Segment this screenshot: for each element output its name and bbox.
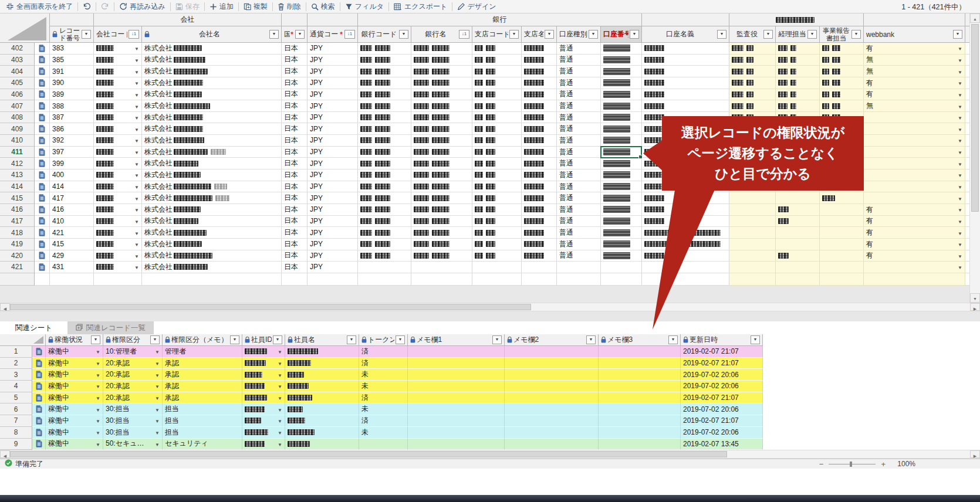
record-number-cell[interactable]: 383 — [50, 43, 94, 55]
column-dropdown-button[interactable] — [668, 335, 678, 344]
account-number-cell[interactable] — [601, 77, 642, 89]
memo3-cell[interactable] — [599, 392, 681, 404]
bank-code-cell[interactable] — [358, 123, 411, 135]
bank-code-cell[interactable] — [358, 216, 411, 228]
memo3-cell[interactable] — [599, 403, 681, 415]
currency-cell[interactable]: JPY — [307, 239, 358, 250]
branch-name-cell[interactable] — [522, 100, 557, 112]
row-number[interactable]: 402 — [0, 43, 35, 55]
account-type-cell[interactable]: 普通 — [557, 250, 601, 262]
currency-cell[interactable]: JPY — [307, 89, 358, 101]
account-type-cell[interactable]: 普通 — [557, 169, 601, 181]
account-number-cell[interactable] — [601, 135, 642, 147]
row-number[interactable]: 5 — [0, 392, 32, 404]
record-detail-icon[interactable] — [36, 359, 42, 367]
account-type-cell[interactable]: 普通 — [557, 227, 601, 239]
memo1-cell[interactable] — [408, 403, 505, 415]
record-icon-cell[interactable] — [35, 227, 50, 239]
record-icon-cell[interactable] — [35, 55, 50, 66]
currency-cell[interactable]: JPY — [307, 192, 358, 204]
employee-id-cell[interactable] — [242, 381, 285, 392]
branch-name-cell[interactable] — [522, 77, 557, 89]
webbank-cell[interactable] — [864, 158, 965, 169]
updated-at-cell[interactable]: 2019-02-07 21:07 — [681, 415, 763, 427]
reload-button[interactable]: 再読み込み — [114, 0, 170, 13]
record-icon-cell[interactable] — [35, 43, 50, 55]
branch-code-cell[interactable] — [472, 169, 522, 181]
permission-category-cell[interactable]: 30:担当 — [103, 427, 163, 439]
company-name-cell[interactable]: 株式会社 — [142, 158, 282, 169]
record-detail-icon[interactable] — [39, 45, 45, 52]
column-dropdown-button[interactable] — [807, 30, 817, 39]
row-number[interactable]: 7 — [0, 415, 32, 427]
business-report-staff-cell[interactable] — [820, 227, 864, 239]
bank-code-cell[interactable] — [358, 169, 411, 181]
bank-code-cell[interactable] — [358, 112, 411, 124]
record-icon-cell[interactable] — [35, 89, 50, 101]
bank-code-cell[interactable] — [358, 77, 411, 89]
record-icon-cell[interactable] — [35, 169, 50, 181]
memo1-cell[interactable] — [408, 415, 505, 427]
country-cell[interactable]: 日本 — [282, 181, 307, 193]
memo2-cell[interactable] — [505, 427, 599, 439]
permission-category-cell[interactable]: 20:承認 — [103, 369, 163, 381]
auditor-cell[interactable] — [729, 55, 776, 66]
permission-category-cell[interactable]: 50:セキュ… — [103, 439, 163, 450]
company-code-cell[interactable] — [94, 204, 142, 216]
token-cell[interactable]: 済 — [359, 346, 408, 358]
account-number-cell[interactable] — [601, 192, 642, 204]
branch-code-cell[interactable] — [472, 112, 522, 124]
row-number[interactable]: 420 — [0, 250, 35, 262]
bank-name-cell[interactable] — [411, 227, 472, 239]
group-header-cell[interactable] — [50, 13, 94, 26]
column-header-口座名義[interactable]: 口座名義 — [642, 26, 729, 43]
scroll-right-icon[interactable] — [970, 450, 980, 458]
cell-dropdown-arrow-icon[interactable] — [958, 263, 962, 271]
record-icon-cell[interactable] — [35, 216, 50, 228]
currency-cell[interactable]: JPY — [307, 112, 358, 124]
bank-name-cell[interactable] — [411, 239, 472, 250]
record-icon-cell[interactable] — [35, 123, 50, 135]
account-holder-cell[interactable] — [642, 55, 729, 66]
record-detail-icon[interactable] — [39, 263, 45, 271]
bank-code-cell[interactable] — [358, 100, 411, 112]
search-button[interactable]: 検索 — [306, 0, 340, 13]
cell-dropdown-arrow-icon[interactable] — [958, 56, 962, 64]
bank-code-cell[interactable] — [358, 43, 411, 55]
column-header-会社名[interactable]: 会社名 — [142, 26, 282, 43]
branch-code-cell[interactable] — [472, 239, 522, 250]
branch-code-cell[interactable] — [472, 43, 522, 55]
account-number-cell[interactable] — [601, 239, 642, 250]
row-number[interactable]: 413 — [0, 169, 35, 181]
business-report-staff-cell[interactable] — [820, 216, 864, 228]
record-detail-icon[interactable] — [36, 394, 42, 402]
accounting-staff-cell[interactable] — [776, 43, 820, 55]
memo3-cell[interactable] — [599, 346, 681, 358]
bank-name-cell[interactable] — [411, 43, 472, 55]
country-cell[interactable]: 日本 — [282, 216, 307, 228]
operation-status-cell[interactable]: 稼働中 — [46, 427, 103, 439]
cell-dropdown-arrow-icon[interactable] — [134, 102, 139, 110]
cell-dropdown-arrow-icon[interactable] — [278, 359, 282, 367]
company-code-cell[interactable] — [94, 181, 142, 193]
bank-code-cell[interactable] — [358, 158, 411, 169]
cell-dropdown-arrow-icon[interactable] — [134, 171, 139, 179]
bank-code-cell[interactable] — [358, 250, 411, 262]
company-code-cell[interactable] — [94, 147, 142, 158]
cell-dropdown-arrow-icon[interactable] — [96, 371, 100, 379]
token-cell[interactable]: 未 — [359, 403, 408, 415]
cell-dropdown-arrow-icon[interactable] — [278, 440, 282, 448]
account-type-cell[interactable]: 普通 — [557, 43, 601, 55]
cell-dropdown-arrow-icon[interactable] — [134, 229, 139, 237]
cell-dropdown-arrow-icon[interactable] — [134, 182, 139, 191]
column-dropdown-button[interactable] — [91, 335, 100, 344]
auditor-cell[interactable] — [729, 239, 776, 250]
country-cell[interactable]: 日本 — [282, 55, 307, 66]
row-number[interactable]: 403 — [0, 55, 35, 66]
employee-id-cell[interactable] — [242, 346, 285, 358]
cell-dropdown-arrow-icon[interactable] — [958, 125, 962, 133]
account-number-cell[interactable] — [601, 147, 642, 158]
permission-memo-cell[interactable]: 担当 — [163, 403, 242, 415]
memo3-cell[interactable] — [599, 358, 681, 369]
branch-code-cell[interactable] — [472, 66, 522, 77]
